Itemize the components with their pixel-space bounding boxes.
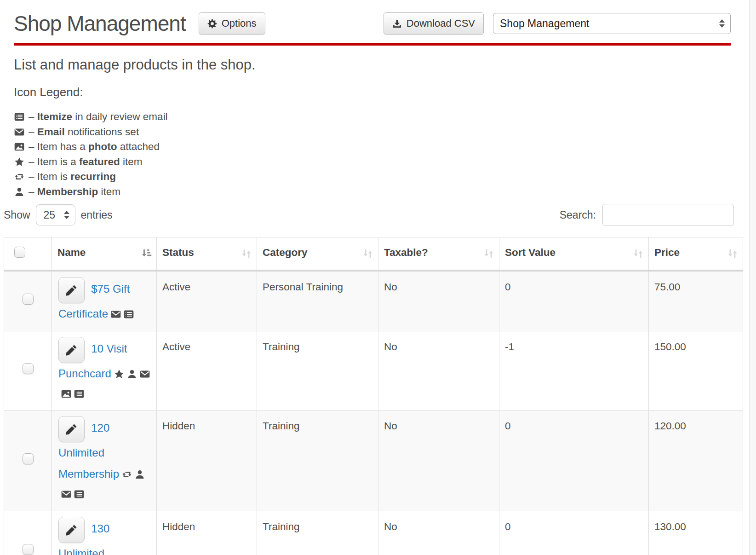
table-row: 130 Unlimited MembershipHiddenTrainingNo…	[4, 511, 743, 555]
table-row: $75 Gift CertificateActivePersonal Train…	[4, 271, 743, 331]
photo-icon	[14, 142, 25, 152]
options-button-label: Options	[222, 17, 257, 29]
options-button[interactable]: Options	[199, 12, 265, 35]
search-control: Search:	[560, 204, 734, 226]
column-header-status[interactable]: Status	[157, 237, 257, 271]
status-cell: Active	[157, 331, 257, 410]
sort-value-cell: -1	[499, 331, 649, 410]
membership-icon	[14, 187, 25, 197]
sort-value-cell: 0	[499, 410, 649, 511]
row-checkbox-cell	[4, 271, 52, 331]
name-cell: 130 Unlimited Membership	[52, 511, 157, 555]
sort-asc-icon[interactable]	[141, 248, 152, 259]
sort-both-icon[interactable]	[362, 248, 373, 259]
row-checkbox-cell	[4, 511, 52, 555]
column-header-name[interactable]: Name	[52, 237, 157, 271]
sort-both-icon[interactable]	[241, 248, 252, 259]
column-header-sort-value[interactable]: Sort Value	[499, 237, 649, 271]
data-table-section: Show 25 entries Search: Name	[4, 204, 743, 555]
price-cell: 120.00	[649, 410, 743, 511]
column-header-price[interactable]: Price	[649, 237, 743, 271]
legend-item-recurring: – Item is recurring	[14, 169, 731, 185]
scrollbar[interactable]	[749, 0, 756, 555]
title-divider	[14, 43, 731, 46]
icon-legend-heading: Icon Legend:	[14, 85, 731, 99]
email-icon	[140, 369, 150, 379]
row-checkbox[interactable]	[23, 453, 34, 464]
download-csv-label: Download CSV	[407, 17, 475, 29]
pencil-icon	[65, 284, 78, 296]
select-arrows-icon	[719, 19, 725, 28]
membership-icon	[127, 369, 137, 379]
category-cell: Training	[257, 511, 378, 555]
email-icon	[61, 489, 71, 499]
itemize-icon	[14, 112, 25, 122]
search-input[interactable]	[602, 204, 734, 226]
price-cell: 130.00	[649, 511, 743, 555]
taxable-cell: No	[378, 410, 499, 511]
status-cell: Hidden	[157, 410, 257, 511]
category-cell: Personal Training	[257, 271, 378, 331]
select-arrows-icon	[64, 210, 69, 220]
price-cell: 150.00	[649, 331, 743, 410]
row-checkbox[interactable]	[23, 544, 34, 555]
recurring-icon	[14, 172, 25, 182]
membership-icon	[135, 469, 145, 480]
taxable-cell: No	[378, 331, 499, 410]
table-row: 10 Visit PunchcardActiveTrainingNo-1150.…	[4, 331, 743, 410]
download-csv-button[interactable]: Download CSV	[384, 12, 484, 35]
download-icon	[392, 19, 402, 29]
email-icon	[14, 127, 25, 137]
sort-both-icon[interactable]	[727, 248, 738, 259]
sort-both-icon[interactable]	[633, 248, 644, 259]
status-cell: Active	[157, 271, 257, 331]
itemize-icon	[124, 309, 134, 319]
legend-item-membership: – Membership item	[14, 185, 731, 200]
name-cell: 10 Visit Punchcard	[52, 331, 157, 410]
search-label: Search:	[560, 209, 596, 221]
page-description: List and manage products in the shop.	[14, 57, 731, 73]
recurring-icon	[122, 469, 132, 480]
column-header-select	[4, 237, 52, 271]
legend-item-email: – Email notifications set	[14, 125, 731, 140]
page-title: Shop Management	[14, 11, 186, 36]
icon-legend-list: – Itemize in daily review email – Email …	[14, 110, 731, 199]
edit-button[interactable]	[58, 416, 85, 442]
taxable-cell: No	[378, 271, 499, 331]
column-header-category[interactable]: Category	[257, 237, 378, 271]
entries-label: entries	[81, 209, 113, 221]
table-header-row: Name Status Category Taxable? Sort Value	[4, 237, 743, 271]
pencil-icon	[65, 423, 78, 435]
featured-icon	[14, 157, 25, 167]
table-row: 120 Unlimited MembershipHiddenTrainingNo…	[4, 410, 743, 511]
entries-select[interactable]: 25	[36, 204, 75, 225]
name-cell: $75 Gift Certificate	[52, 271, 157, 331]
category-cell: Training	[257, 331, 378, 410]
page-select[interactable]: Shop Management	[493, 13, 731, 34]
pencil-icon	[65, 524, 78, 536]
row-checkbox[interactable]	[23, 363, 34, 374]
itemize-icon	[74, 389, 84, 399]
row-checkbox-cell	[4, 331, 52, 410]
price-cell: 75.00	[649, 271, 743, 331]
email-icon	[111, 309, 121, 319]
entries-select-value: 25	[44, 209, 56, 221]
sort-both-icon[interactable]	[483, 248, 494, 259]
edit-button[interactable]	[58, 277, 85, 303]
category-cell: Training	[257, 410, 378, 511]
row-checkbox[interactable]	[23, 294, 34, 305]
page-select-value: Shop Management	[500, 17, 589, 30]
edit-button[interactable]	[58, 517, 85, 543]
products-table: Name Status Category Taxable? Sort Value	[4, 237, 743, 555]
legend-item-photo: – Item has a photo attached	[14, 139, 731, 155]
legend-item-itemize: – Itemize in daily review email	[14, 110, 731, 125]
row-checkbox-cell	[4, 410, 52, 511]
column-header-taxable[interactable]: Taxable?	[378, 237, 499, 271]
edit-button[interactable]	[58, 337, 85, 363]
status-cell: Hidden	[157, 511, 257, 555]
sort-value-cell: 0	[499, 511, 649, 555]
itemize-icon	[74, 489, 84, 499]
taxable-cell: No	[378, 511, 499, 555]
select-all-checkbox[interactable]	[14, 247, 25, 258]
page-header-section: Shop Management Options Download CSV Sho…	[0, 0, 756, 199]
